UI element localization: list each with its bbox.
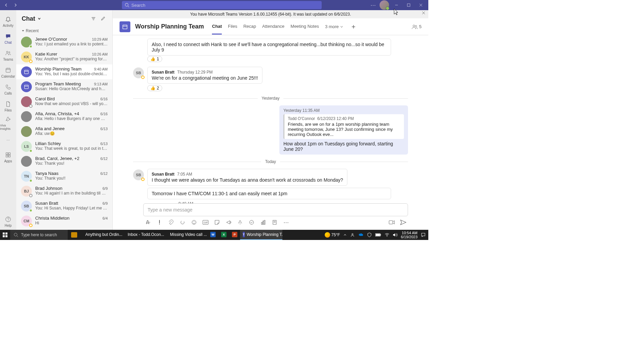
rail-viva-insights[interactable]: Viva Insights <box>0 115 16 132</box>
filter-button[interactable] <box>89 15 98 23</box>
polls-button[interactable] <box>260 219 266 226</box>
rail-teams[interactable]: Teams <box>0 47 16 64</box>
chat-list-item[interactable]: Worship Planning Team9:40 AM You: Yes, b… <box>16 64 112 79</box>
rail-more[interactable]: ⋯ <box>0 132 16 148</box>
chat-list-item[interactable]: Program Team Meeting9:13 AM Susan: Hello… <box>16 79 112 94</box>
taskbar-app[interactable]: W <box>208 230 218 240</box>
tab-recap[interactable]: Recap <box>243 19 256 35</box>
svg-rect-51 <box>5 233 7 235</box>
add-tab-button[interactable] <box>349 23 358 31</box>
tray-volume-icon[interactable] <box>393 233 398 237</box>
reaction-chip[interactable]: 👍 1 <box>147 56 162 62</box>
message-bubble[interactable]: Tomorrow I have CTM/COM 11:30-1 and can … <box>147 188 391 199</box>
loop-button[interactable] <box>179 219 186 226</box>
taskbar-app[interactable]: P <box>229 230 240 240</box>
reaction-chip[interactable]: 👍 2 <box>147 85 162 91</box>
chat-list-item[interactable]: Jenee O'Connor10:29 AM You: I just email… <box>16 35 112 49</box>
compose-input[interactable]: Type a new message <box>143 203 408 216</box>
tray-wifi-icon[interactable] <box>385 233 389 237</box>
message-bubble[interactable]: Also, I need to connect with Hank to see… <box>147 39 391 56</box>
chat-list-item[interactable]: Afia, Anna, Christa, +46/16 Afia: Hello … <box>16 109 112 124</box>
rail-activity[interactable]: Activity <box>0 13 16 30</box>
weather-widget[interactable]: 75°F <box>325 232 340 238</box>
start-button[interactable] <box>0 230 10 240</box>
new-chat-button[interactable] <box>99 15 107 23</box>
chat-list[interactable]: Jenee O'Connor10:29 AM You: I just email… <box>16 35 112 230</box>
attach-button[interactable] <box>168 219 174 226</box>
messages-scroll[interactable]: Also, I need to connect with Hank to see… <box>113 35 428 203</box>
tab-attendance[interactable]: Attendance <box>262 19 284 35</box>
global-search[interactable] <box>122 1 322 9</box>
gif-button[interactable]: GIF <box>202 219 209 226</box>
rail-calendar[interactable]: Calendar <box>0 64 16 81</box>
send-button[interactable] <box>400 219 407 226</box>
recent-section-toggle[interactable]: Recent <box>16 27 112 35</box>
chat-list-item[interactable]: BJ Brad Johnson6/9 You: Hi again! I am i… <box>16 184 112 199</box>
emoji-button[interactable] <box>191 219 197 226</box>
global-search-input[interactable] <box>131 3 319 8</box>
chat-list-item[interactable]: Brad, Carol, Jenee, +26/12 You: Thank yo… <box>16 154 112 169</box>
taskbar-app[interactable]: Missing Video call ... <box>165 230 208 240</box>
tray-security-icon[interactable] <box>367 233 372 237</box>
titlebar: ⋯ <box>0 0 428 10</box>
tray-chevron-icon[interactable] <box>343 233 347 237</box>
approvals-button[interactable] <box>248 219 255 226</box>
updates-button[interactable] <box>271 219 278 226</box>
chat-pane-title[interactable]: Chat <box>22 15 41 22</box>
message-bubble[interactable]: Susan BrattThursday 12:29 PM We're on fo… <box>147 67 262 84</box>
tray-battery-icon[interactable] <box>375 233 381 237</box>
chat-list-item[interactable]: Afia and Jenee6/13 Afia: uw😊 <box>16 124 112 139</box>
chat-list-item[interactable]: LS Lillian Schley6/13 You: That week is … <box>16 139 112 154</box>
quoted-message[interactable]: Todd O'Connor 6/12/2023 12:40 PM Friends… <box>283 114 404 139</box>
nav-forward-button[interactable] <box>11 0 20 10</box>
rail-calls[interactable]: Calls <box>0 81 16 98</box>
more-compose-button[interactable]: ⋯ <box>283 219 289 226</box>
participants-button[interactable]: 5 <box>412 24 422 29</box>
taskbar-app[interactable]: TWorship Planning T... <box>240 230 282 240</box>
chat-item-name: Brad Johnson <box>35 186 62 191</box>
chat-list-item[interactable]: SB Susan Bratt6/9 You: Hi Susan, Happy F… <box>16 199 112 214</box>
chat-list-item[interactable]: KK Katie Kurer10:26 AM You: Another "pro… <box>16 49 112 64</box>
info-banner-close-button[interactable] <box>422 11 426 15</box>
message-bubble[interactable]: Susan Bratt7:05 AM I thought we were alw… <box>147 169 347 186</box>
taskbar-app[interactable]: X <box>218 230 229 240</box>
chat-list-item[interactable]: CM Christa Middleton6/4 Hi <box>16 214 112 228</box>
taskbar-app[interactable]: Inbox - Todd.Ocon... <box>123 230 165 240</box>
taskbar-app-label: Inbox - Todd.Ocon... <box>128 232 164 237</box>
schedule-button[interactable] <box>225 219 232 226</box>
rail-label: Help <box>5 224 12 227</box>
tray-onedrive-icon[interactable] <box>358 233 364 237</box>
sender-avatar[interactable]: SB <box>133 169 144 180</box>
tab-chat[interactable]: Chat <box>212 19 222 35</box>
taskbar-pinned-app[interactable] <box>69 231 79 239</box>
window-maximize-button[interactable] <box>403 0 415 10</box>
notifications-icon[interactable] <box>421 233 426 237</box>
settings-more-button[interactable]: ⋯ <box>368 2 378 8</box>
viva-button[interactable] <box>237 219 243 226</box>
sender-avatar[interactable]: SB <box>133 67 144 78</box>
taskbar-app[interactable]: Anything but Ordin... <box>81 230 123 240</box>
tray-people-icon[interactable] <box>350 233 355 237</box>
rail-chat[interactable]: Chat <box>0 30 16 47</box>
user-avatar[interactable] <box>380 0 389 10</box>
clock[interactable]: 10:54 AM6/19/2023 <box>401 231 417 239</box>
chat-list-item[interactable]: TN Tanya Naas6/12 You: Thank you!! <box>16 169 112 184</box>
taskbar-search[interactable]: Type here to search <box>10 230 68 240</box>
sticker-button[interactable] <box>214 219 220 226</box>
nav-back-button[interactable] <box>1 0 11 10</box>
rail-files[interactable]: Files <box>0 98 16 115</box>
window-minimize-button[interactable] <box>390 0 403 10</box>
message-bubble-mine[interactable]: Yesterday 11:35 AM Todd O'Connor 6/12/20… <box>279 105 408 155</box>
rail-apps[interactable]: Apps <box>0 148 16 165</box>
svg-point-7 <box>9 52 10 53</box>
rail-help[interactable]: Help <box>0 213 16 230</box>
window-close-button[interactable] <box>415 0 427 10</box>
chat-list-item[interactable]: Carol Bird6/16 Now that we almost post V… <box>16 94 112 109</box>
chat-item-name: Afia, Anna, Christa, +4 <box>35 111 79 116</box>
priority-button[interactable] <box>156 219 163 226</box>
tab-more[interactable]: 3 more <box>325 19 343 35</box>
tab-files[interactable]: Files <box>228 19 237 35</box>
video-clip-button[interactable] <box>388 219 395 226</box>
tab-meeting-notes[interactable]: Meeting Notes <box>291 19 319 35</box>
format-button[interactable] <box>145 219 151 226</box>
